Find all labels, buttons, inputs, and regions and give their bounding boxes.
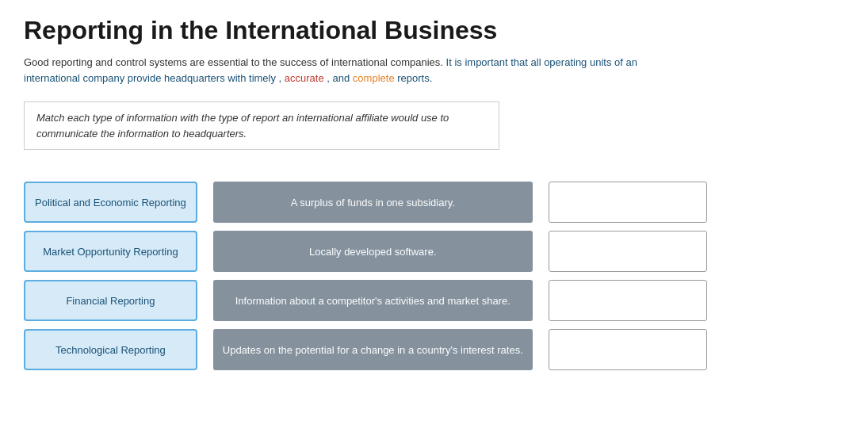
intro-text: Good reporting and control systems are e…	[24, 55, 674, 86]
instruction-box: Match each type of information with the …	[24, 101, 499, 150]
matching-area: Political and Economic ReportingMarket O…	[24, 182, 844, 370]
page-title: Reporting in the International Business	[24, 16, 844, 45]
intro-part3: reports.	[397, 72, 432, 84]
right-column	[549, 182, 707, 370]
label-btn-political[interactable]: Political and Economic Reporting	[24, 182, 197, 223]
answer-box-item2[interactable]	[549, 231, 707, 272]
intro-comma1: ,	[279, 72, 285, 84]
answer-box-item4[interactable]	[549, 329, 707, 370]
intro-accurate: accurate	[285, 72, 324, 84]
label-btn-market[interactable]: Market Opportunity Reporting	[24, 231, 197, 272]
middle-column: A surplus of funds in one subsidiary.Loc…	[213, 182, 533, 370]
info-btn-item3[interactable]: Information about a competitor's activit…	[213, 280, 533, 321]
intro-part1: Good reporting and control systems are e…	[24, 56, 443, 68]
info-btn-item1[interactable]: A surplus of funds in one subsidiary.	[213, 182, 533, 223]
answer-box-item3[interactable]	[549, 280, 707, 321]
info-btn-item4[interactable]: Updates on the potential for a change in…	[213, 329, 533, 370]
left-column: Political and Economic ReportingMarket O…	[24, 182, 197, 370]
label-btn-technological[interactable]: Technological Reporting	[24, 329, 197, 370]
intro-comma2: , and	[327, 72, 353, 84]
label-btn-financial[interactable]: Financial Reporting	[24, 280, 197, 321]
info-btn-item2[interactable]: Locally developed software.	[213, 231, 533, 272]
intro-timely: timely	[249, 72, 276, 84]
instruction-text: Match each type of information with the …	[36, 110, 487, 141]
answer-box-item1[interactable]	[549, 182, 707, 223]
intro-complete: complete	[353, 72, 395, 84]
